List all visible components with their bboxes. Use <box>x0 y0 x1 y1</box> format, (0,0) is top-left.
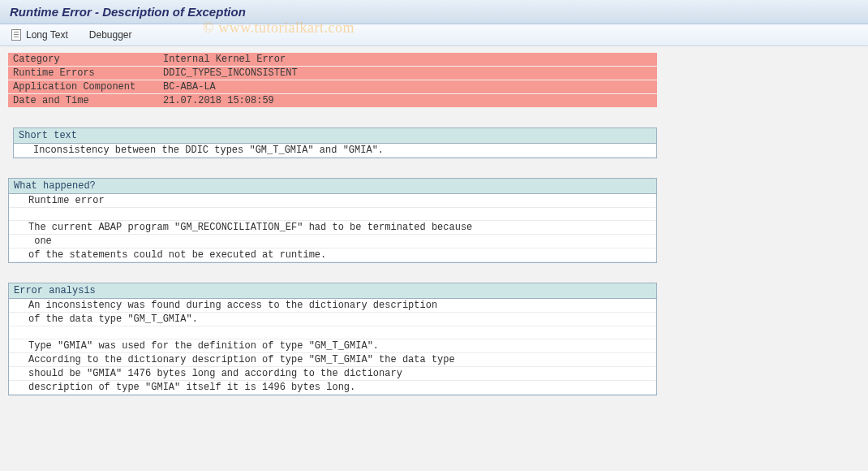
text-line: The current ABAP program "GM_RECONCILIAT… <box>9 221 656 235</box>
error-analysis-body: An inconsistency was found during access… <box>9 299 656 395</box>
app-component-value: BC-ABA-LA <box>158 80 657 94</box>
page-title: Runtime Error - Description of Exception <box>10 5 858 19</box>
long-text-button[interactable]: Long Text <box>8 28 71 42</box>
long-text-label: Long Text <box>26 29 68 41</box>
title-bar: Runtime Error - Description of Exception <box>0 0 868 24</box>
what-happened-section: What happened? Runtime error The current… <box>8 178 657 263</box>
text-line: Inconsistency between the DDIC types "GM… <box>14 144 656 158</box>
text-line: According to the dictionary description … <box>9 353 656 367</box>
short-text-body: Inconsistency between the DDIC types "GM… <box>14 144 656 158</box>
short-text-header: Short text <box>14 128 656 144</box>
table-row: Category Internal Kernel Error <box>8 53 657 67</box>
category-label: Category <box>8 53 158 67</box>
table-row: Application Component BC-ABA-LA <box>8 80 657 94</box>
debugger-button[interactable]: Debugger <box>86 28 135 42</box>
text-line: should be "GMIA" 1476 bytes long and acc… <box>9 367 656 381</box>
table-row: Runtime Errors DDIC_TYPES_INCONSISTENT <box>8 67 657 80</box>
table-row: Date and Time 21.07.2018 15:08:59 <box>8 94 657 108</box>
error-analysis-header: Error analysis <box>9 283 656 299</box>
toolbar: Long Text Debugger © www.tutorialkart.co… <box>0 24 868 46</box>
short-text-section: Short text Inconsistency between the DDI… <box>13 127 657 158</box>
app-component-label: Application Component <box>8 80 158 94</box>
datetime-value: 21.07.2018 15:08:59 <box>158 94 657 108</box>
text-line: description of type "GMIA" itself it is … <box>9 381 656 395</box>
datetime-label: Date and Time <box>8 94 158 108</box>
text-line: of the statements could not be executed … <box>9 248 656 262</box>
error-analysis-section: Error analysis An inconsistency was foun… <box>8 283 657 395</box>
content-area: Category Internal Kernel Error Runtime E… <box>0 46 868 402</box>
runtime-errors-label: Runtime Errors <box>8 67 158 80</box>
text-line: Runtime error <box>9 194 656 208</box>
text-line <box>9 208 656 221</box>
text-line: An inconsistency was found during access… <box>9 299 656 313</box>
what-happened-body: Runtime error The current ABAP program "… <box>9 194 656 262</box>
text-line: one <box>9 235 656 248</box>
text-line <box>9 326 656 339</box>
runtime-errors-value: DDIC_TYPES_INCONSISTENT <box>158 67 657 80</box>
text-line: Type "GMIA" was used for the definition … <box>9 339 656 353</box>
document-icon <box>11 29 23 41</box>
debugger-label: Debugger <box>89 29 132 41</box>
category-value: Internal Kernel Error <box>158 53 657 67</box>
text-line: of the data type "GM_T_GMIA". <box>9 313 656 326</box>
error-summary-table: Category Internal Kernel Error Runtime E… <box>8 53 657 108</box>
what-happened-header: What happened? <box>9 179 656 194</box>
